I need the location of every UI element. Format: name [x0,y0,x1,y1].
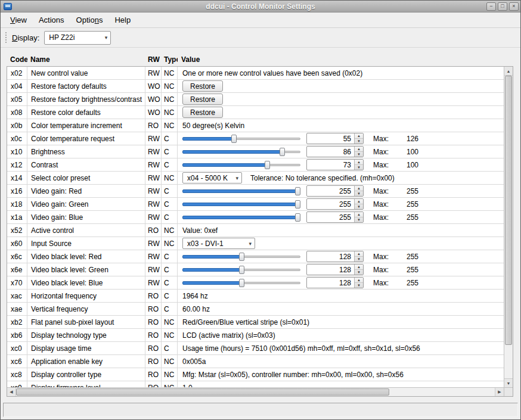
value-slider[interactable] [182,134,300,144]
menu-item-options[interactable]: Options [70,14,109,26]
value-combo[interactable]: x04 - 5000 K▾ [182,172,242,183]
value-spinbox[interactable]: 255▲▼ [306,198,364,210]
cell-rw: RO [145,119,162,132]
scroll-right-button[interactable]: ▶ [495,388,504,396]
value-combo[interactable]: x03 - DVI-1▾ [182,238,255,249]
spin-down-icon: ▼ [355,165,363,170]
value-slider[interactable] [182,147,300,157]
cell-code: x1a [7,211,27,223]
value-slider[interactable] [182,186,300,196]
titlebar[interactable]: ddcui - Control Monitor Settings − □ × [1,1,520,13]
value-slider[interactable] [182,160,300,170]
cell-rw: RW [145,158,162,171]
slider-handle[interactable] [295,187,300,195]
close-button[interactable]: × [509,2,519,11]
cell-code: xc0 [7,342,27,354]
minimize-button[interactable]: − [486,2,496,11]
cell-rw: RW [145,132,162,145]
slider-handle[interactable] [265,161,270,169]
value-slider[interactable] [182,252,300,262]
spinner-arrows[interactable]: ▲▼ [354,186,363,196]
cell-rw: RW [145,185,162,197]
value-spinbox[interactable]: 73▲▼ [306,159,364,170]
horizontal-scroll-thumb[interactable] [16,388,389,396]
max-value: 100 [407,148,418,156]
cell-code: x02 [7,67,27,79]
scroll-up-button[interactable]: ▲ [504,67,513,76]
table-row: x08Restore color defaultsWONCRestore [7,106,504,119]
maximize-button[interactable]: □ [498,2,507,11]
cell-code: x60 [7,237,27,250]
spin-up-icon: ▲ [355,278,363,283]
cell-rw: WO [145,106,162,119]
menubar: ViewActionsOptionsHelp [1,13,520,28]
cell-rw: RW [145,172,162,184]
spin-down-icon: ▼ [355,204,363,209]
cell-rw: RW [145,145,162,158]
value-slider[interactable] [182,213,300,222]
spinner-arrows[interactable]: ▲▼ [354,278,363,288]
spinner-arrows[interactable]: ▲▼ [354,199,363,209]
spinner-arrows[interactable]: ▲▼ [354,147,363,157]
menu-item-actions[interactable]: Actions [33,14,70,26]
cell-rw: RW [145,67,162,79]
cell-name: Color temperature increment [27,119,145,132]
spinner-arrows[interactable]: ▲▼ [354,133,363,144]
value-spinbox[interactable]: 128▲▼ [306,251,364,262]
value-slider[interactable] [182,200,300,209]
slider-handle[interactable] [239,279,244,287]
toolbar: Display: HP Z22i ▾ [1,28,520,48]
menu-item-help[interactable]: Help [108,14,137,26]
spinbox-value: 86 [307,147,354,157]
horizontal-scroll-track[interactable] [16,388,495,396]
restore-button[interactable]: Restore [182,94,223,105]
table-row: x12ContrastRWC73▲▼Max:100 [7,158,504,172]
cell-name: Video gain: Red [27,185,145,197]
cell-rw: RW [145,198,162,210]
cell-name: Horizontal frequency [27,290,145,302]
max-label: Max: [373,279,398,287]
cell-value: 255▲▼Max:255 [178,211,504,223]
value-slider[interactable] [182,265,300,275]
value-spinbox[interactable]: 128▲▼ [306,264,364,275]
value-slider[interactable] [182,278,300,288]
vertical-scroll-track[interactable] [505,76,512,378]
toolbar-grip-handle[interactable] [5,32,7,43]
value-spinbox[interactable]: 86▲▼ [306,146,364,157]
menu-item-view[interactable]: View [4,14,33,26]
display-combo[interactable]: HP Z22i ▾ [44,31,111,45]
spinner-arrows[interactable]: ▲▼ [354,160,363,170]
value-spinbox[interactable]: 55▲▼ [306,133,364,144]
scroll-down-button[interactable]: ▼ [504,378,513,387]
restore-button[interactable]: Restore [182,80,223,92]
slider-handle[interactable] [231,135,237,143]
horizontal-scrollbar[interactable]: ◀ ▶ [7,387,504,396]
spin-up-icon: ▲ [355,199,363,204]
slider-handle[interactable] [295,200,300,209]
cell-rw: RO [145,368,162,381]
value-spinbox[interactable]: 255▲▼ [306,211,364,223]
cell-name: Contrast [27,158,145,171]
cell-value: 55▲▼Max:126 [178,132,504,145]
scroll-left-button[interactable]: ◀ [7,388,16,396]
header-value: Value [178,55,513,64]
table-row: xc9Display firmware levelRONC1.0 [7,381,504,387]
vertical-scroll-thumb[interactable] [505,76,512,345]
cell-rw: RO [145,381,162,387]
spinner-arrows[interactable]: ▲▼ [354,265,363,275]
value-spinbox[interactable]: 255▲▼ [306,185,364,197]
spin-down-icon: ▼ [355,270,363,275]
slider-handle[interactable] [239,253,244,261]
vertical-scrollbar[interactable]: ▲ ▼ [504,67,513,387]
restore-button[interactable]: Restore [182,107,223,118]
slider-handle[interactable] [295,213,300,222]
slider-handle[interactable] [239,266,244,274]
cell-type: C [162,211,178,223]
slider-handle[interactable] [280,148,285,156]
cell-code: x0b [7,119,27,132]
table-row: x60Input SourceRWNCx03 - DVI-1▾ [7,237,504,250]
value-spinbox[interactable]: 128▲▼ [306,277,364,288]
cell-code: x12 [7,158,27,171]
spinner-arrows[interactable]: ▲▼ [354,212,363,222]
spinner-arrows[interactable]: ▲▼ [354,251,363,262]
